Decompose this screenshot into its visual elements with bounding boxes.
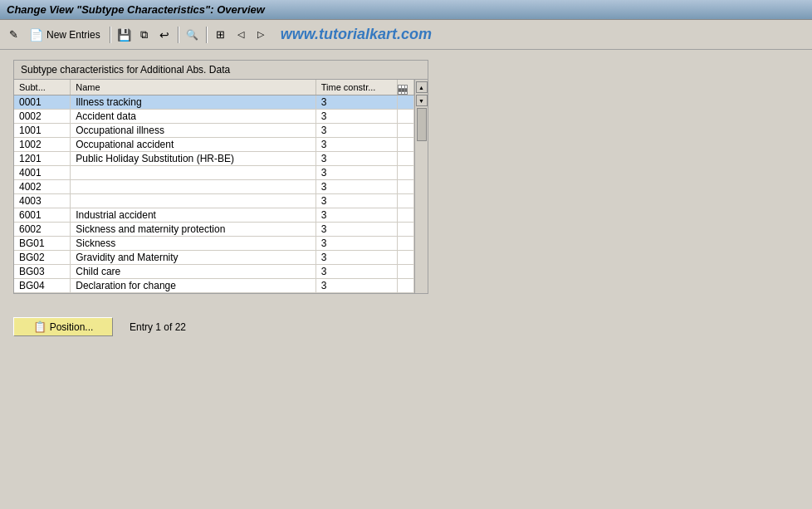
position-label: Position...	[50, 321, 94, 333]
cell-timeconstr: 3	[316, 95, 398, 110]
cell-name: Sickness	[71, 237, 316, 251]
cell-name: Sickness and maternity protection	[71, 223, 316, 237]
cell-extra	[398, 251, 414, 265]
cell-timeconstr: 3	[316, 152, 398, 166]
data-table: Subt... Name Time constr...	[14, 80, 414, 293]
cell-name	[71, 194, 316, 208]
scrollbar	[414, 80, 428, 293]
next-icon[interactable]: ▷	[252, 27, 269, 43]
col-header-name: Name	[71, 80, 316, 95]
cell-name: Declaration for change	[71, 279, 316, 293]
table-row[interactable]: BG01Sickness3	[14, 237, 414, 251]
cell-name	[71, 180, 316, 194]
col-header-grid	[398, 80, 414, 95]
cell-extra	[398, 138, 414, 152]
cell-subt: BG02	[14, 251, 71, 265]
data-panel: Subtype characteristics for Additional A…	[13, 60, 428, 294]
cell-extra	[398, 152, 414, 166]
table-row[interactable]: BG02Gravidity and Maternity3	[14, 251, 414, 265]
table-wrapper: Subt... Name Time constr...	[14, 80, 428, 293]
table-row[interactable]: 0001Illness tracking3	[14, 95, 414, 110]
scroll-thumb[interactable]	[417, 108, 427, 141]
cell-name: Accident data	[71, 110, 316, 124]
table-row[interactable]: BG04Declaration for change3	[14, 279, 414, 293]
cell-timeconstr: 3	[316, 166, 398, 180]
cell-subt: 0001	[14, 95, 71, 110]
table-row[interactable]: 1001Occupational illness3	[14, 124, 414, 138]
cell-subt: 4003	[14, 194, 71, 208]
cell-timeconstr: 3	[316, 110, 398, 124]
new-entries-icon: 📄	[29, 28, 43, 42]
table-row[interactable]: 1002Occupational accident3	[14, 138, 414, 152]
cell-subt: 4001	[14, 166, 71, 180]
toolbar-separator-3	[206, 27, 208, 43]
cell-subt: 6002	[14, 223, 71, 237]
scroll-down-button[interactable]	[416, 95, 428, 106]
cell-timeconstr: 3	[316, 279, 398, 293]
title-bar: Change View "Subtype Characteristics": O…	[0, 0, 812, 20]
cell-subt: 1002	[14, 138, 71, 152]
edit-icon[interactable]	[5, 27, 22, 43]
toolbar-separator-1	[110, 27, 111, 43]
position-button[interactable]: 📋 Position...	[13, 317, 113, 336]
table-row[interactable]: BG03Child care3	[14, 265, 414, 279]
table-row[interactable]: 40013	[14, 166, 414, 180]
prev-icon[interactable]: ◁	[232, 27, 249, 43]
cell-extra	[398, 95, 414, 110]
cell-extra	[398, 279, 414, 293]
cell-timeconstr: 3	[316, 251, 398, 265]
table-header: Subt... Name Time constr...	[14, 80, 414, 95]
main-content: Subtype characteristics for Additional A…	[0, 50, 812, 304]
cell-timeconstr: 3	[316, 194, 398, 208]
position-icon: 📋	[33, 321, 46, 333]
cell-name: Industrial accident	[71, 208, 316, 223]
toolbar-separator-2	[178, 27, 179, 43]
title-text: Change View "Subtype Characteristics": O…	[7, 3, 265, 16]
cell-timeconstr: 3	[316, 265, 398, 279]
new-entries-button[interactable]: 📄 New Entries	[25, 26, 105, 44]
find-icon[interactable]: 🔍	[184, 27, 201, 43]
cell-timeconstr: 3	[316, 138, 398, 152]
cell-extra	[398, 265, 414, 279]
cell-subt: BG03	[14, 265, 71, 279]
cell-name: Public Holiday Substitution (HR-BE)	[71, 152, 316, 166]
table-row[interactable]: 0002Accident data3	[14, 110, 414, 124]
col-header-timeconstr: Time constr...	[316, 80, 398, 95]
cell-timeconstr: 3	[316, 223, 398, 237]
undo-icon[interactable]: ↩	[156, 27, 173, 43]
cell-extra	[398, 223, 414, 237]
cell-name: Illness tracking	[71, 95, 316, 110]
cell-timeconstr: 3	[316, 180, 398, 194]
cell-timeconstr: 3	[316, 208, 398, 223]
cell-name: Child care	[71, 265, 316, 279]
cell-name: Gravidity and Maternity	[71, 251, 316, 265]
watermark-text: www.tutorialkart.com	[281, 26, 432, 43]
cell-subt: BG01	[14, 237, 71, 251]
table-row[interactable]: 6001Industrial accident3	[14, 208, 414, 223]
entry-info: Entry 1 of 22	[130, 321, 186, 333]
table-row[interactable]: 40023	[14, 180, 414, 194]
cell-extra	[398, 208, 414, 223]
cell-subt: 1201	[14, 152, 71, 166]
cell-name	[71, 166, 316, 180]
col-header-subt: Subt...	[14, 80, 71, 95]
cell-timeconstr: 3	[316, 124, 398, 138]
copy-icon[interactable]: ⧉	[136, 27, 153, 43]
cell-subt: 6001	[14, 208, 71, 223]
table-body: 0001Illness tracking30002Accident data31…	[14, 95, 414, 293]
new-entries-label: New Entries	[46, 29, 100, 41]
cell-subt: 0002	[14, 110, 71, 124]
cell-extra	[398, 180, 414, 194]
scroll-up-button[interactable]	[416, 81, 428, 93]
cell-extra	[398, 110, 414, 124]
cell-extra	[398, 194, 414, 208]
table-row[interactable]: 40033	[14, 194, 414, 208]
bottom-section: 📋 Position... Entry 1 of 22	[0, 304, 812, 350]
table-row[interactable]: 6002Sickness and maternity protection3	[14, 223, 414, 237]
panel-title: Subtype characteristics for Additional A…	[14, 61, 428, 80]
toolbar: 📄 New Entries 💾 ⧉ ↩ 🔍 ⊞ ◁ ▷ www.tutorial…	[0, 20, 812, 50]
cell-name: Occupational accident	[71, 138, 316, 152]
table-row[interactable]: 1201Public Holiday Substitution (HR-BE)3	[14, 152, 414, 166]
save-icon[interactable]: 💾	[116, 27, 133, 43]
table-view-icon[interactable]: ⊞	[213, 27, 229, 43]
